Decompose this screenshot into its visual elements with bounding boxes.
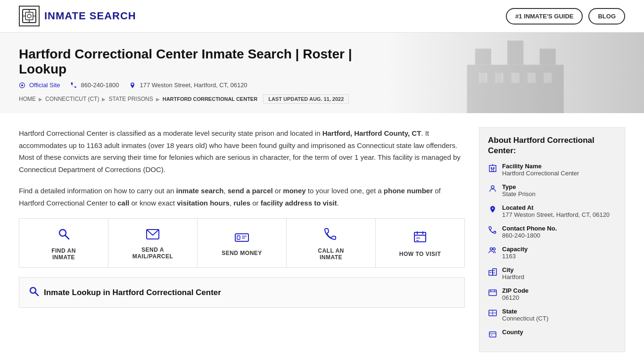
building-icon <box>488 164 497 174</box>
logo-icon <box>19 6 40 26</box>
sidebar-row-type: Type State Prison <box>488 183 616 197</box>
lookup-search-icon <box>29 286 39 299</box>
visit-icon <box>413 230 427 247</box>
header-nav: #1 INMATE'S GUIDE BLOG <box>506 8 625 25</box>
breadcrumb: HOME ▶ CONNECTICUT (CT) ▶ STATE PRISONS … <box>19 94 625 104</box>
address-text: 177 Weston Street, Hartford, CT, 06120 <box>129 82 247 89</box>
send-mail-label: SEND AMAIL/PARCEL <box>132 247 173 260</box>
city-icon <box>488 267 497 278</box>
svg-rect-37 <box>493 167 495 169</box>
breadcrumb-state-prisons[interactable]: STATE PRISONS <box>108 96 153 102</box>
send-money-label: SEND MONEY <box>222 250 262 256</box>
svg-rect-44 <box>493 269 496 275</box>
svg-line-21 <box>66 236 69 239</box>
call-an-inmate-card[interactable]: CALL ANINMATE <box>287 219 376 267</box>
hero-meta: Official Site 860-240-1800 177 Weston St… <box>19 82 625 89</box>
zip-label: ZIP Code <box>502 287 528 294</box>
sidebar-row-phone: Contact Phone No. 860-240-1800 <box>488 225 616 239</box>
call-an-inmate-label: CALL ANINMATE <box>318 247 344 261</box>
county-label: County <box>502 329 523 336</box>
send-money-card[interactable]: SEND MONEY <box>198 219 287 267</box>
located-at-value: 177 Weston Street, Hartford, CT, 06120 <box>502 211 610 218</box>
state-label: State <box>502 308 548 315</box>
contact-phone-value: 860-240-1800 <box>502 232 557 239</box>
main-content: Hartford Correctional Center is classifi… <box>19 127 465 352</box>
type-value: State Prison <box>502 190 536 197</box>
svg-rect-24 <box>237 236 240 239</box>
breadcrumb-home[interactable]: HOME <box>19 96 36 102</box>
sidebar-row-capacity: Capacity 1163 <box>488 246 616 260</box>
how-to-visit-card[interactable]: HOW TO VISIT <box>376 219 464 267</box>
county-icon <box>488 329 497 340</box>
action-cards: FIND ANINMATE SEND AMAIL/PARCEL SEND MON… <box>19 218 465 268</box>
svg-rect-1 <box>25 12 33 20</box>
breadcrumb-state[interactable]: CONNECTICUT (CT) <box>45 96 99 102</box>
phone-sidebar-icon <box>488 226 497 237</box>
lookup-section: Inmate Lookup in Hartford Correctional C… <box>19 277 465 308</box>
sidebar-row-location: Located At 177 Weston Street, Hartford, … <box>488 204 616 218</box>
main-layout: Hartford Correctional Center is classifi… <box>0 113 644 362</box>
state-value: Connecticut (CT) <box>502 315 548 322</box>
search-icon <box>57 227 70 244</box>
svg-rect-36 <box>491 167 492 169</box>
capacity-label: Capacity <box>502 246 528 253</box>
lookup-header: Inmate Lookup in Hartford Correctional C… <box>29 286 455 299</box>
sidebar-row-city: City Hartford <box>488 266 616 280</box>
type-label: Type <box>502 183 536 190</box>
svg-rect-47 <box>494 270 495 271</box>
send-mail-card[interactable]: SEND AMAIL/PARCEL <box>108 219 198 267</box>
blog-button[interactable]: BLOG <box>588 8 625 25</box>
svg-point-40 <box>491 186 494 189</box>
last-updated-badge: LAST UPDATED AUG. 11, 2022 <box>263 94 349 104</box>
phone-number[interactable]: 860-240-1800 <box>71 82 119 89</box>
zip-value: 06120 <box>502 294 528 301</box>
facility-name-label: Facility Name <box>502 163 579 170</box>
type-icon <box>488 184 497 195</box>
mail-icon <box>146 228 159 243</box>
about-heading: About Hartford Correctional Center: <box>488 135 616 156</box>
zip-icon <box>488 288 497 299</box>
contact-phone-label: Contact Phone No. <box>502 225 557 232</box>
svg-rect-56 <box>491 335 492 336</box>
capacity-icon <box>488 247 497 257</box>
city-label: City <box>502 266 524 273</box>
logo-text: INMATE SEARCH <box>44 10 136 22</box>
how-to-visit-label: HOW TO VISIT <box>399 251 441 257</box>
svg-line-34 <box>35 293 39 296</box>
svg-rect-49 <box>489 290 496 296</box>
svg-rect-35 <box>489 165 496 172</box>
svg-point-2 <box>27 14 31 18</box>
page-title: Hartford Correctional Center Inmate Sear… <box>19 47 377 77</box>
facility-name-value: Hartford Correctional Center <box>502 170 579 177</box>
inmates-guide-button[interactable]: #1 INMATE'S GUIDE <box>506 8 583 25</box>
logo-link[interactable]: INMATE SEARCH <box>19 6 136 26</box>
sidebar-row-facility-name: Facility Name Hartford Correctional Cent… <box>488 163 616 177</box>
hero-section: Hartford Correctional Center Inmate Sear… <box>0 33 644 113</box>
svg-point-41 <box>490 248 493 250</box>
location-icon <box>488 205 497 216</box>
money-icon <box>235 231 249 246</box>
description-paragraph-1: Hartford Correctional Center is classifi… <box>19 127 465 175</box>
capacity-value: 1163 <box>502 253 528 260</box>
svg-rect-46 <box>492 272 493 273</box>
svg-rect-48 <box>494 272 495 273</box>
about-box: About Hartford Correctional Center: Faci… <box>479 127 625 352</box>
find-an-inmate-card[interactable]: FIND ANINMATE <box>19 219 108 267</box>
description-paragraph-2: Find a detailed information on how to ca… <box>19 185 465 209</box>
breadcrumb-current: HARTFORD CORRECTIONAL CENTER <box>163 96 257 102</box>
sidebar-row-state: State Connecticut (CT) <box>488 308 616 322</box>
lookup-heading: Inmate Lookup in Hartford Correctional C… <box>44 288 221 297</box>
find-an-inmate-label: FIND ANINMATE <box>51 247 76 261</box>
sidebar: About Hartford Correctional Center: Faci… <box>479 127 625 352</box>
official-site-link[interactable]: Official Site <box>19 82 60 89</box>
svg-point-42 <box>493 248 495 250</box>
site-header: INMATE SEARCH #1 INMATE'S GUIDE BLOG <box>0 0 644 33</box>
located-at-label: Located At <box>502 204 610 211</box>
hero-content: Hartford Correctional Center Inmate Sear… <box>19 47 625 104</box>
sidebar-row-zip: ZIP Code 06120 <box>488 287 616 301</box>
svg-rect-54 <box>489 332 496 337</box>
svg-rect-27 <box>414 232 426 242</box>
phone-icon <box>324 227 338 244</box>
svg-rect-45 <box>490 272 491 273</box>
city-value: Hartford <box>502 273 524 280</box>
